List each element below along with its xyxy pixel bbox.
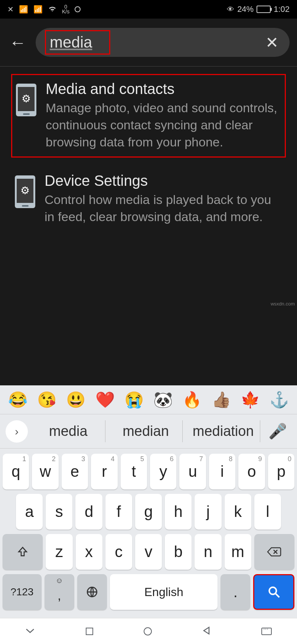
emoji-kiss[interactable]: 😘 bbox=[37, 391, 56, 409]
key-v[interactable]: v bbox=[135, 534, 162, 570]
suggestion-2[interactable]: median bbox=[109, 420, 183, 442]
data-rate-unit: K/s bbox=[62, 9, 69, 14]
comma-label: , bbox=[58, 588, 61, 603]
status-bar: ✕ 📶 📶 0 K/s 👁 24% 1:02 bbox=[0, 0, 297, 19]
navigation-bar bbox=[0, 618, 297, 644]
language-key[interactable] bbox=[77, 574, 107, 610]
status-circle-icon bbox=[75, 6, 81, 12]
signal-icon-2: 📶 bbox=[33, 5, 43, 14]
key-s[interactable]: s bbox=[46, 494, 72, 530]
emoji-joy[interactable]: 😂 bbox=[8, 391, 27, 409]
key-o[interactable]: 9o bbox=[238, 454, 265, 489]
key-a[interactable]: a bbox=[16, 494, 43, 530]
nav-back-button[interactable] bbox=[202, 626, 210, 637]
emoji-thumbsup[interactable]: 👍🏽 bbox=[212, 391, 231, 409]
result-media-and-contacts[interactable]: ⚙ Media and contacts Manage photo, video… bbox=[11, 74, 286, 158]
key-t[interactable]: 5t bbox=[121, 454, 147, 489]
emoji-panda[interactable]: 🐼 bbox=[153, 391, 173, 409]
eye-icon: 👁 bbox=[227, 5, 234, 14]
status-right: 👁 24% 1:02 bbox=[227, 4, 290, 14]
backspace-key[interactable] bbox=[254, 534, 294, 570]
keyboard: 1q2w3e4r5t6y7u8i9o0p asdfghjkl zxcvbnm ?… bbox=[0, 449, 297, 618]
search-header: ← ✕ bbox=[0, 19, 297, 67]
key-m[interactable]: m bbox=[225, 534, 251, 570]
emoji-cry[interactable]: 😭 bbox=[124, 391, 144, 409]
key-k[interactable]: k bbox=[225, 494, 251, 530]
data-rate: 0 K/s bbox=[62, 4, 69, 14]
key-d[interactable]: d bbox=[75, 494, 102, 530]
keyboard-suggestions: › media median mediation 🎤 bbox=[0, 414, 297, 449]
emoji-heart[interactable]: ❤️ bbox=[95, 391, 115, 409]
wifi-icon bbox=[48, 5, 57, 14]
watermark: wsxdn.com bbox=[271, 301, 295, 473]
symbols-key[interactable]: ?123 bbox=[3, 574, 42, 610]
key-n[interactable]: n bbox=[195, 534, 221, 570]
signal-icon-1: 📶 bbox=[19, 5, 28, 14]
suggestion-3[interactable]: mediation bbox=[186, 420, 260, 442]
result-description: Control how media is played back to you … bbox=[45, 191, 282, 226]
key-e[interactable]: 3e bbox=[62, 454, 88, 489]
search-input[interactable] bbox=[50, 33, 105, 51]
result-description: Manage photo, video and sound controls, … bbox=[46, 100, 281, 151]
result-title: Device Settings bbox=[45, 172, 282, 189]
key-f[interactable]: f bbox=[105, 494, 132, 530]
nav-home-button[interactable] bbox=[144, 627, 152, 635]
key-w[interactable]: 2w bbox=[32, 454, 58, 489]
key-h[interactable]: h bbox=[165, 494, 192, 530]
status-left: ✕ 📶 📶 0 K/s bbox=[7, 4, 81, 14]
expand-suggestions-button[interactable]: › bbox=[6, 420, 28, 443]
clear-search-button[interactable]: ✕ bbox=[264, 33, 280, 52]
nav-hide-keyboard[interactable] bbox=[25, 627, 35, 635]
space-key[interactable]: English bbox=[110, 574, 218, 610]
svg-point-1 bbox=[269, 587, 276, 594]
suggestion-1[interactable]: media bbox=[32, 420, 105, 442]
no-sim-icon: ✕ bbox=[7, 5, 14, 14]
battery-icon bbox=[257, 6, 271, 13]
key-j[interactable]: j bbox=[195, 494, 221, 530]
key-u[interactable]: 7u bbox=[179, 454, 206, 489]
device-settings-icon: ⚙ bbox=[15, 175, 35, 208]
back-button[interactable]: ← bbox=[4, 32, 32, 52]
key-q[interactable]: 1q bbox=[3, 454, 29, 489]
comma-key[interactable]: ☺ , bbox=[45, 574, 74, 610]
svg-line-2 bbox=[275, 594, 279, 598]
device-settings-icon: ⚙ bbox=[16, 84, 36, 116]
key-x[interactable]: x bbox=[76, 534, 102, 570]
search-key[interactable] bbox=[253, 574, 294, 610]
shift-key[interactable] bbox=[3, 534, 43, 570]
emoji-fire[interactable]: 🔥 bbox=[182, 391, 202, 409]
key-g[interactable]: g bbox=[135, 494, 162, 530]
key-r[interactable]: 4r bbox=[91, 454, 117, 489]
nav-recent-button[interactable] bbox=[86, 628, 93, 635]
period-key[interactable]: . bbox=[221, 574, 250, 610]
key-i[interactable]: 8i bbox=[209, 454, 235, 489]
emoji-suggestions: 😂 😘 😃 ❤️ 😭 🐼 🔥 👍🏽 🍁 ⚓ bbox=[0, 385, 297, 414]
key-l[interactable]: l bbox=[254, 494, 281, 530]
battery-percent: 24% bbox=[237, 4, 254, 14]
key-y[interactable]: 6y bbox=[150, 454, 176, 489]
key-c[interactable]: c bbox=[105, 534, 132, 570]
result-device-settings[interactable]: ⚙ Device Settings Control how media is p… bbox=[11, 167, 286, 231]
result-title: Media and contacts bbox=[46, 81, 281, 97]
key-b[interactable]: b bbox=[165, 534, 192, 570]
search-field-container[interactable]: ✕ bbox=[36, 28, 290, 57]
nav-keyboard-icon[interactable] bbox=[261, 628, 272, 635]
emoji-smile[interactable]: 😃 bbox=[66, 391, 85, 409]
emoji-leaf[interactable]: 🍁 bbox=[241, 391, 260, 409]
search-results: ⚙ Media and contacts Manage photo, video… bbox=[0, 67, 297, 385]
clock: 1:02 bbox=[274, 4, 290, 14]
key-z[interactable]: z bbox=[46, 534, 72, 570]
